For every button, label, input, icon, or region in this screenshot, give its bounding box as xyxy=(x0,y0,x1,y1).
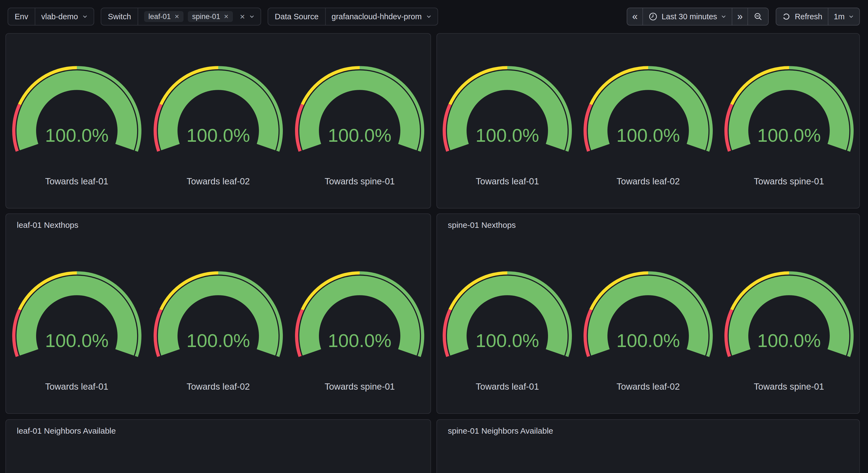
panel: leaf-01 Nexthops100.0%Towards leaf-01100… xyxy=(5,213,431,414)
panel: 100.0%Towards leaf-01100.0%Towards leaf-… xyxy=(436,33,860,209)
gauge-label: Towards spine-01 xyxy=(324,176,395,186)
time-and-refresh-controls: « Last 30 minutes » xyxy=(627,8,860,26)
time-shift-back-button[interactable]: « xyxy=(627,8,643,25)
gauge-row: 100.0%Towards leaf-01100.0%Towards leaf-… xyxy=(437,34,859,186)
dashboard-toolbar: Env vlab-demo Switch leaf-01 × spine-01 … xyxy=(0,0,868,33)
gauge-cell: 100.0%Towards spine-01 xyxy=(289,269,431,392)
gauge-label: Towards leaf-02 xyxy=(187,176,250,186)
gauge-cell: 100.0%Towards leaf-02 xyxy=(578,64,719,186)
magnifier-minus-icon xyxy=(753,12,763,21)
gauge: 100.0% xyxy=(580,64,716,161)
gauge-row: 100.0%Towards leaf-01100.0%Towards leaf-… xyxy=(6,34,431,186)
gauge-value-text: 100.0% xyxy=(328,125,392,146)
panel: spine-01 Neighbors Available xyxy=(436,419,860,473)
gauge-value-text: 100.0% xyxy=(186,125,250,146)
gauge-row: 100.0%Towards leaf-01100.0%Towards leaf-… xyxy=(437,230,859,392)
gauge-value-text: 100.0% xyxy=(328,330,392,351)
refresh-group: Refresh 1m xyxy=(776,8,860,26)
gauge-label: Towards spine-01 xyxy=(754,176,824,186)
datasource-label: Data Source xyxy=(268,8,326,25)
gauge-cell: 100.0%Towards spine-01 xyxy=(718,269,859,392)
refresh-interval-picker[interactable]: 1m xyxy=(828,8,859,25)
gauge-cell: 100.0%Towards leaf-02 xyxy=(147,269,289,392)
gauge: 100.0% xyxy=(580,269,716,366)
chip-text: leaf-01 xyxy=(149,12,171,21)
gauge: 100.0% xyxy=(292,269,428,366)
chevron-down-icon xyxy=(82,14,88,19)
gauge-row: 100.0%Towards leaf-01100.0%Towards leaf-… xyxy=(6,230,431,392)
time-range-picker[interactable]: Last 30 minutes xyxy=(643,8,732,25)
chip-text: spine-01 xyxy=(192,12,220,21)
gauge-value-text: 100.0% xyxy=(616,330,680,351)
gauge: 100.0% xyxy=(150,64,286,161)
gauge-cell: 100.0%Towards spine-01 xyxy=(718,64,859,186)
gauge-label: Towards leaf-01 xyxy=(45,382,108,392)
gauge-label: Towards leaf-02 xyxy=(617,176,680,186)
gauge-label: Towards leaf-02 xyxy=(617,382,680,392)
switch-chip[interactable]: leaf-01 × xyxy=(144,11,184,22)
gauge: 100.0% xyxy=(9,269,145,366)
gauge-value-text: 100.0% xyxy=(757,125,821,146)
panel-title[interactable]: spine-01 Nexthops xyxy=(437,214,859,230)
gauge-label: Towards spine-01 xyxy=(754,382,824,392)
gauge: 100.0% xyxy=(721,64,857,161)
chevron-down-icon xyxy=(721,14,726,19)
remove-chip-icon[interactable]: × xyxy=(224,13,228,20)
time-picker-group: « Last 30 minutes » xyxy=(627,8,769,26)
switch-chip[interactable]: spine-01 × xyxy=(188,11,233,22)
gauge-label: Towards leaf-01 xyxy=(476,176,539,186)
chevron-down-icon xyxy=(249,14,255,19)
panel: 100.0%Towards leaf-01100.0%Towards leaf-… xyxy=(5,33,431,209)
gauge: 100.0% xyxy=(292,64,428,161)
env-select[interactable]: vlab-demo xyxy=(35,8,94,25)
panel: leaf-01 Neighbors Available xyxy=(5,419,431,473)
chevron-down-icon xyxy=(426,14,432,19)
gauge-value-text: 100.0% xyxy=(186,330,250,351)
datasource-variable: Data Source grafanacloud-hhdev-prom xyxy=(268,8,438,26)
gauge-cell: 100.0%Towards leaf-01 xyxy=(6,64,147,186)
gauge-cell: 100.0%Towards leaf-01 xyxy=(437,269,578,392)
clear-selection-icon[interactable]: × xyxy=(240,12,245,21)
remove-chip-icon[interactable]: × xyxy=(175,13,179,20)
template-variables: Env vlab-demo Switch leaf-01 × spine-01 … xyxy=(8,8,438,26)
switch-label: Switch xyxy=(101,8,138,25)
refresh-icon xyxy=(782,12,791,21)
env-value: vlab-demo xyxy=(41,12,78,21)
zoom-out-button[interactable] xyxy=(747,8,768,25)
gauge-value-text: 100.0% xyxy=(475,125,539,146)
gauge-label: Towards spine-01 xyxy=(324,382,395,392)
gauge-label: Towards leaf-02 xyxy=(187,382,250,392)
time-shift-forward-button[interactable]: » xyxy=(732,8,747,25)
gauge-label: Towards leaf-01 xyxy=(476,382,539,392)
gauge-value-text: 100.0% xyxy=(45,125,108,146)
env-variable: Env vlab-demo xyxy=(8,8,94,26)
refresh-label: Refresh xyxy=(795,12,823,21)
gauge: 100.0% xyxy=(439,64,575,161)
gauge: 100.0% xyxy=(439,269,575,366)
gauge-cell: 100.0%Towards leaf-01 xyxy=(437,64,578,186)
refresh-interval-value: 1m xyxy=(834,12,845,21)
datasource-value: grafanacloud-hhdev-prom xyxy=(332,12,422,21)
time-range-label: Last 30 minutes xyxy=(661,12,717,21)
chevron-down-icon xyxy=(848,14,854,19)
gauge: 100.0% xyxy=(721,269,857,366)
switch-variable: Switch leaf-01 × spine-01 × × xyxy=(101,8,261,26)
gauge: 100.0% xyxy=(150,269,286,366)
clock-icon xyxy=(648,12,658,21)
gauge-cell: 100.0%Towards spine-01 xyxy=(289,64,431,186)
panel-title[interactable]: leaf-01 Nexthops xyxy=(6,214,431,230)
gauge-cell: 100.0%Towards leaf-02 xyxy=(578,269,719,392)
gauge-value-text: 100.0% xyxy=(616,125,680,146)
gauge-cell: 100.0%Towards leaf-01 xyxy=(6,269,147,392)
gauge-label: Towards leaf-01 xyxy=(45,176,108,186)
switch-select[interactable]: leaf-01 × spine-01 × × xyxy=(138,8,261,25)
gauge-value-text: 100.0% xyxy=(757,330,821,351)
panel: spine-01 Nexthops100.0%Towards leaf-0110… xyxy=(436,213,860,414)
gauge-value-text: 100.0% xyxy=(45,330,108,351)
gauge-value-text: 100.0% xyxy=(475,330,539,351)
gauge: 100.0% xyxy=(9,64,145,161)
panel-title[interactable]: leaf-01 Neighbors Available xyxy=(6,420,431,436)
datasource-select[interactable]: grafanacloud-hhdev-prom xyxy=(326,8,437,25)
refresh-button[interactable]: Refresh xyxy=(776,8,828,25)
panel-title[interactable]: spine-01 Neighbors Available xyxy=(437,420,859,436)
